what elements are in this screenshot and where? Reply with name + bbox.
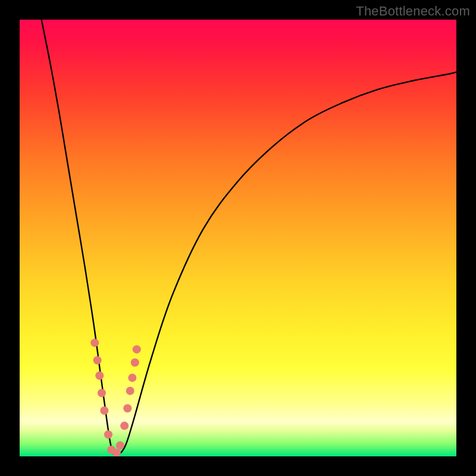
- marker-point: [123, 404, 131, 412]
- marker-point: [120, 422, 129, 430]
- marker-point: [133, 345, 141, 353]
- marker-point: [90, 339, 99, 347]
- chart-frame: TheBottleneck.com: [0, 0, 476, 476]
- chart-svg: [20, 20, 456, 456]
- marker-point: [93, 356, 102, 365]
- plot-area: [20, 20, 456, 456]
- marker-point: [131, 358, 139, 367]
- watermark-text: TheBottleneck.com: [356, 4, 470, 19]
- marker-point: [126, 387, 134, 395]
- marker-point: [98, 389, 106, 397]
- marker-point: [95, 371, 104, 380]
- marker-group: [90, 339, 140, 456]
- marker-point: [116, 441, 124, 450]
- marker-point: [104, 430, 112, 439]
- marker-point: [100, 406, 108, 415]
- marker-point: [128, 374, 136, 382]
